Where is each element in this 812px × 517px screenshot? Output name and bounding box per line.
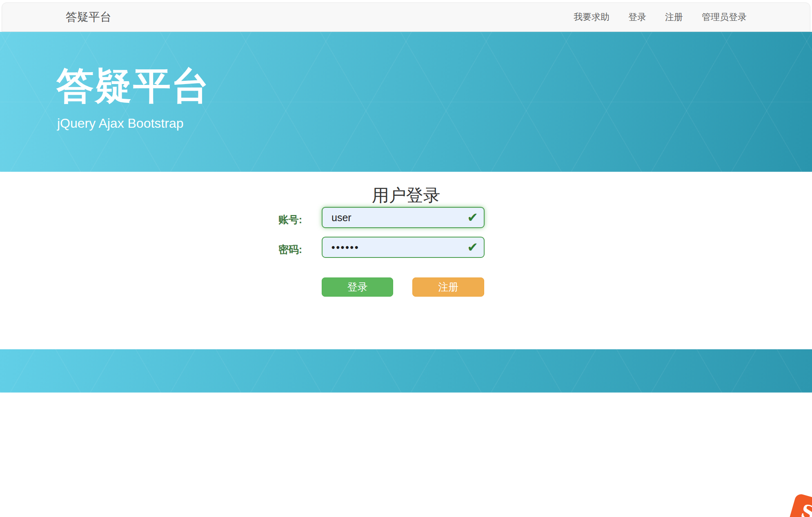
hero-title: 答疑平台: [56, 67, 210, 104]
nav-item-ask: 我要求助: [564, 11, 619, 23]
account-field-wrap: ✔: [322, 207, 485, 228]
account-input[interactable]: [322, 207, 485, 228]
login-section: 用户登录 账号: ✔ 密码: ✔ 登录 注册: [0, 172, 812, 349]
watermark-letter: S: [799, 501, 812, 517]
nav-link-ask-for-help[interactable]: 我要求助: [564, 12, 619, 22]
nav-item-admin-login: 管理员登录: [692, 11, 756, 23]
navbar-brand[interactable]: 答疑平台: [66, 9, 111, 25]
hero-banner: 答疑平台 jQuery Ajax Bootstrap: [0, 32, 812, 172]
nav-link-admin-login[interactable]: 管理员登录: [692, 12, 756, 22]
login-form-title: 用户登录: [0, 184, 812, 207]
navbar: 答疑平台 我要求助 登录 注册 管理员登录: [2, 2, 810, 32]
footer-band: [0, 349, 812, 393]
navbar-menu: 我要求助 登录 注册 管理员登录: [564, 11, 756, 23]
login-button[interactable]: 登录: [322, 277, 393, 297]
watermark-logo-icon: S: [788, 493, 812, 517]
account-label: 账号:: [245, 213, 302, 226]
password-field-wrap: ✔: [322, 237, 485, 258]
nav-item-register: 注册: [656, 11, 692, 23]
page: 答疑平台 我要求助 登录 注册 管理员登录 答疑平台 jQuery Ajax B…: [0, 0, 812, 517]
nav-link-login[interactable]: 登录: [619, 12, 656, 22]
register-button[interactable]: 注册: [412, 277, 484, 297]
nav-item-login: 登录: [619, 11, 656, 23]
nav-link-register[interactable]: 注册: [656, 12, 692, 22]
password-input[interactable]: [322, 237, 485, 258]
password-label: 密码:: [245, 243, 302, 256]
hero-subtitle: jQuery Ajax Bootstrap: [57, 116, 183, 131]
